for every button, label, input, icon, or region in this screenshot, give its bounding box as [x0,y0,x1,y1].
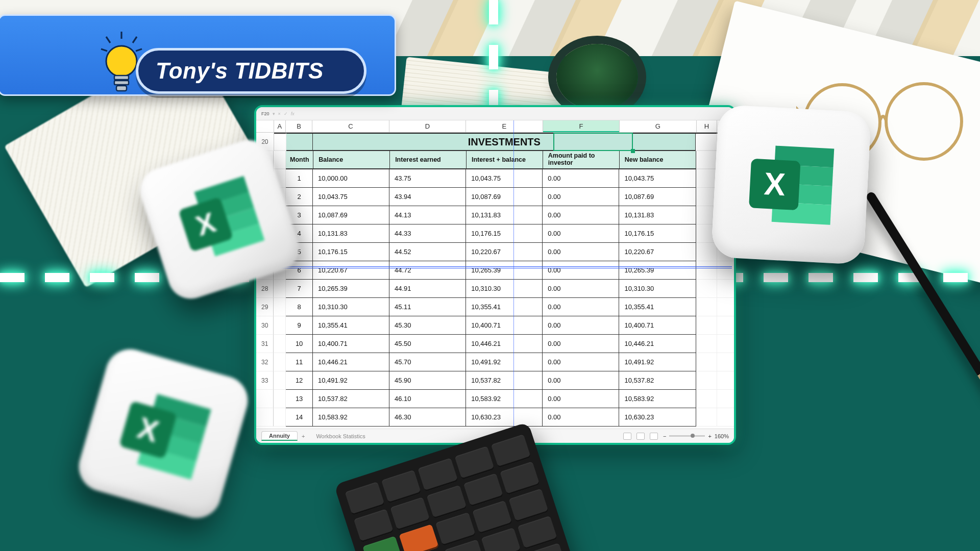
cell-month[interactable]: 8 [286,298,313,316]
cell-interest-plus-balance[interactable]: 10,087.69 [466,188,543,206]
zoom-slider[interactable] [669,435,705,437]
header-interest-earned[interactable]: Interest earned [390,151,467,169]
row-number[interactable]: 31 [256,335,274,353]
col-header-H[interactable]: H [697,120,718,132]
cell-interest-earned[interactable]: 45.90 [389,371,466,390]
cell-amount-paid[interactable]: 0.00 [543,353,619,371]
row-number[interactable]: 29 [256,298,274,316]
cell-month[interactable]: 9 [286,316,313,335]
cell-month[interactable]: 11 [286,353,313,371]
view-page-layout-icon[interactable] [636,433,645,440]
cell-balance[interactable]: 10,583.92 [313,408,389,427]
cell-new-balance[interactable]: 10,491.92 [619,353,696,371]
cell-interest-earned[interactable]: 44.52 [389,243,466,261]
cell-new-balance[interactable]: 10,176.15 [619,224,696,243]
cell-balance[interactable]: 10,220.67 [313,261,389,280]
sheet-tab[interactable]: Annuity [261,431,298,441]
cell-month[interactable]: 12 [286,371,313,390]
zoom-level[interactable]: 160% [715,433,729,439]
cell-balance[interactable]: 10,265.39 [313,280,389,298]
cell-interest-earned[interactable]: 43.94 [389,188,466,206]
cell-amount-paid[interactable]: 0.00 [543,206,619,224]
col-header-G[interactable]: G [620,120,697,132]
cell-new-balance[interactable]: 10,583.92 [619,390,696,408]
cell-interest-plus-balance[interactable]: 10,220.67 [466,243,543,261]
cell-amount-paid[interactable]: 0.00 [543,261,619,280]
cell-new-balance[interactable]: 10,220.67 [619,243,696,261]
row-number[interactable]: 32 [256,353,274,371]
cell-interest-earned[interactable]: 45.50 [389,335,466,353]
cell-amount-paid[interactable]: 0.00 [543,280,619,298]
cell-amount-paid[interactable]: 0.00 [543,188,619,206]
cell-amount-paid[interactable]: 0.00 [543,335,619,353]
header-amount-paid[interactable]: Amount paid to investor [543,151,620,169]
cell-month[interactable]: 10 [286,335,313,353]
col-header-A[interactable]: A [274,120,286,132]
grid-body[interactable]: 20 INVESTMENTS 21 Month Balance Interest… [256,133,734,429]
namebox[interactable]: F20 [261,111,270,116]
cell-month[interactable]: 1 [286,169,313,188]
cell-interest-plus-balance[interactable]: 10,400.71 [466,316,543,335]
cell-balance[interactable]: 10,043.75 [313,188,389,206]
zoom-out-button[interactable]: − [663,433,666,439]
view-normal-icon[interactable] [623,433,631,440]
cell-new-balance[interactable]: 10,310.30 [619,280,696,298]
cell-amount-paid[interactable]: 0.00 [543,390,619,408]
cell-balance[interactable]: 10,491.92 [313,371,389,390]
cell-new-balance[interactable]: 10,355.41 [619,298,696,316]
col-header-F[interactable]: F [543,120,620,132]
cell-balance[interactable]: 10,000.00 [313,169,389,188]
col-header-D[interactable]: D [389,120,467,132]
row-number[interactable] [256,390,274,408]
cell-interest-earned[interactable]: 45.30 [389,316,466,335]
cell-interest-plus-balance[interactable]: 10,537.82 [466,371,543,390]
row-number[interactable]: 28 [256,280,274,298]
cell-interest-plus-balance[interactable]: 10,355.41 [466,298,543,316]
col-header-C[interactable]: C [312,120,389,132]
cell-amount-paid[interactable]: 0.00 [543,298,619,316]
cell-interest-earned[interactable]: 44.72 [389,261,466,280]
col-header-B[interactable]: B [286,120,312,132]
cell-interest-plus-balance[interactable]: 10,043.75 [466,169,543,188]
cell-new-balance[interactable]: 10,087.69 [619,188,696,206]
cell-interest-plus-balance[interactable]: 10,446.21 [466,335,543,353]
cell-interest-earned[interactable]: 44.91 [389,280,466,298]
cell-new-balance[interactable]: 10,630.23 [619,408,696,427]
cell-new-balance[interactable]: 10,446.21 [619,335,696,353]
cell-interest-plus-balance[interactable]: 10,131.83 [466,206,543,224]
col-header-E[interactable]: E [466,120,543,132]
cell-balance[interactable]: 10,537.82 [313,390,389,408]
cell-balance[interactable]: 10,087.69 [313,206,389,224]
cell-new-balance[interactable]: 10,537.82 [619,371,696,390]
cell-balance[interactable]: 10,400.71 [313,335,389,353]
cell-balance[interactable]: 10,355.41 [313,316,389,335]
cell-interest-earned[interactable]: 45.70 [389,353,466,371]
row-number[interactable]: 33 [256,371,274,390]
cell-interest-plus-balance[interactable]: 10,176.15 [466,224,543,243]
cell-interest-plus-balance[interactable]: 10,491.92 [466,353,543,371]
row-number[interactable] [256,408,274,427]
cell-balance[interactable]: 10,176.15 [313,243,389,261]
cell-amount-paid[interactable]: 0.00 [543,243,619,261]
formula-bar[interactable]: F20 ▾ × ✓ fx [256,107,734,120]
cell-interest-plus-balance[interactable]: 10,310.30 [466,280,543,298]
cell-new-balance[interactable]: 10,265.39 [619,261,696,280]
cell-interest-earned[interactable]: 44.13 [389,206,466,224]
cell-balance[interactable]: 10,131.83 [313,224,389,243]
cell-amount-paid[interactable]: 0.00 [543,371,619,390]
cell-month[interactable]: 13 [286,390,313,408]
view-page-break-icon[interactable] [650,433,658,440]
add-sheet-button[interactable]: + [302,433,305,439]
header-new-balance[interactable]: New balance [620,151,696,169]
cell-month[interactable]: 2 [286,188,313,206]
column-headers[interactable]: A B C D E F G H I [256,120,734,133]
cell-interest-earned[interactable]: 44.33 [389,224,466,243]
cell-interest-plus-balance[interactable]: 10,630.23 [466,408,543,427]
header-month[interactable]: Month [286,151,313,169]
cell-new-balance[interactable]: 10,400.71 [619,316,696,335]
cell-interest-earned[interactable]: 46.30 [389,408,466,427]
cell-interest-earned[interactable]: 45.11 [389,298,466,316]
row-number[interactable]: 30 [256,316,274,335]
cell-interest-earned[interactable]: 46.10 [389,390,466,408]
cell-month[interactable]: 14 [286,408,313,427]
